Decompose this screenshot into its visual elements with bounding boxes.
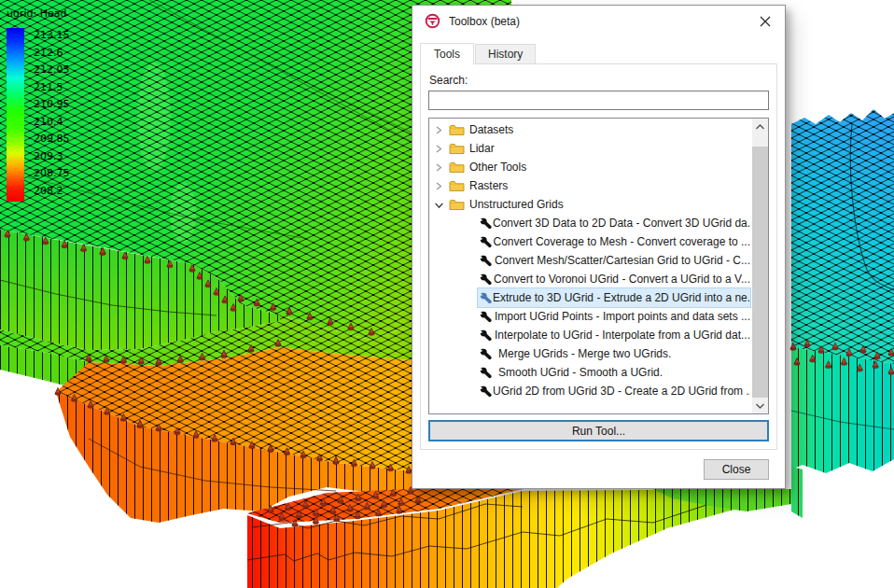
tree-tool-ugrid-2d-from-ugrid-3d[interactable]: UGrid 2D from UGrid 3D - Create a 2D UGr… (478, 382, 750, 400)
chevron-right-icon[interactable] (434, 162, 449, 173)
tree-tool-convert-mesh-scatter-cartesian-grid-to-u[interactable]: Convert Mesh/Scatter/Cartesian Grid to U… (478, 251, 750, 270)
scrollbar-down-button[interactable] (752, 398, 768, 413)
wrench-icon (480, 255, 494, 267)
wrench-icon (480, 311, 494, 323)
legend-tick-label: 212.05 (34, 63, 70, 76)
legend-tick-label: 208.75 (34, 167, 70, 179)
wrench-icon (480, 367, 497, 379)
chevron-right-icon[interactable] (434, 181, 449, 191)
folder-icon (449, 143, 468, 155)
tree-item-label: Convert Mesh/Scatter/Cartesian Grid to U… (494, 254, 750, 267)
wrench-icon (480, 236, 493, 248)
dialog-footer: Close (412, 450, 785, 489)
tree-item-label: Convert to Voronoi UGrid - Convert a UGr… (493, 273, 750, 286)
legend-tick-label: 210.4 (34, 116, 63, 128)
tree-tool-convert-to-voronoi-ugrid[interactable]: Convert to Voronoi UGrid - Convert a UGr… (478, 270, 750, 288)
legend-tick-label: 209.85 (34, 133, 70, 145)
tree-tool-convert-coverage-to-mesh[interactable]: Convert Coverage to Mesh - Convert cover… (478, 232, 750, 251)
tree-list[interactable]: DatasetsLidarOther ToolsRastersUnstructu… (428, 118, 769, 414)
scrollbar-thumb[interactable] (752, 147, 768, 399)
tree-tool-interpolate-to-ugrid[interactable]: Interpolate to UGrid - Interpolate from … (478, 326, 750, 344)
dialog-title: Toolbox (beta) (449, 15, 746, 28)
tree-item-label: Convert Coverage to Mesh - Convert cover… (493, 235, 750, 248)
toolbox-app-icon (425, 13, 440, 29)
tree-folder-lidar[interactable]: Lidar (431, 139, 750, 158)
tree-folder-datasets[interactable]: Datasets (431, 120, 750, 139)
tree-item-label: Smooth UGrid - Smooth a UGrid. (497, 366, 663, 379)
chevron-up-icon (755, 123, 765, 131)
tree-item-label: Unstructured Grids (468, 198, 564, 211)
wrench-icon (480, 217, 492, 230)
tree-item-label: Datasets (468, 123, 513, 136)
tree-tool-smooth-ugrid[interactable]: Smooth UGrid - Smooth a UGrid. (478, 363, 750, 382)
tab-tools[interactable]: Tools (420, 43, 474, 64)
chevron-down-icon (755, 402, 765, 410)
tree-item-label: Convert 3D Data to 2D Data - Convert 3D … (492, 217, 750, 230)
tree-tool-convert-3d-data-to-2d-data[interactable]: Convert 3D Data to 2D Data - Convert 3D … (478, 214, 750, 232)
color-legend: ugrid: Head 213.15212.6212.05211.5210.95… (5, 7, 107, 213)
scrollbar-up-button[interactable] (752, 119, 768, 134)
legend-tick-label: 211.5 (34, 81, 63, 93)
tree-item-label: Rasters (468, 179, 508, 192)
close-icon (760, 16, 771, 27)
wrench-icon (480, 329, 494, 342)
cyan-ugrid-surface (791, 109, 894, 364)
teal-cliff-wall (791, 347, 894, 518)
wrench-icon (480, 292, 492, 304)
folder-icon (449, 161, 468, 174)
legend-tick-label: 210.95 (34, 98, 70, 110)
tree-item-label: UGrid 2D from UGrid 3D - Create a 2D UGr… (492, 385, 750, 398)
folder-icon (449, 124, 468, 136)
chevron-right-icon[interactable] (434, 144, 449, 154)
tree-item-label: Merge UGrids - Merge two UGrids. (497, 347, 671, 360)
folder-icon (449, 199, 468, 211)
tree-folder-unstructured-grids[interactable]: Unstructured Grids (431, 195, 750, 214)
tree-tool-import-ugrid-points[interactable]: Import UGrid Points - Import points and … (478, 307, 750, 326)
close-button[interactable]: Close (704, 459, 769, 480)
tree-folder-rasters[interactable]: Rasters (431, 176, 750, 195)
tree-item-label: Lidar (468, 142, 495, 155)
search-label: Search: (429, 74, 769, 87)
wrench-icon (480, 273, 493, 286)
legend-title: ugrid: Head (7, 7, 107, 20)
tree-folder-other-tools[interactable]: Other Tools (431, 158, 750, 176)
legend-tick-label: 208.2 (34, 185, 63, 197)
wrench-icon (480, 385, 492, 398)
tools-tab-page: Search: DatasetsLidarOther ToolsRastersU… (420, 63, 777, 450)
chevron-right-icon[interactable] (434, 125, 449, 135)
tree-item-label: Import UGrid Points - Import points and … (494, 310, 750, 323)
tab-bar: ToolsHistory (412, 36, 785, 63)
tree-scrollbar[interactable] (752, 119, 768, 413)
chevron-down-icon[interactable] (434, 200, 449, 210)
tree-item-label: Extrude to 3D UGrid - Extrude a 2D UGrid… (492, 291, 750, 304)
dialog-titlebar[interactable]: Toolbox (beta) (412, 6, 785, 36)
search-input[interactable] (428, 91, 769, 110)
tab-history[interactable]: History (475, 44, 536, 63)
legend-tick-label: 209.3 (34, 150, 63, 162)
legend-tick-label: 213.15 (34, 29, 70, 41)
tree-item-label: Interpolate to UGrid - Interpolate from … (494, 329, 750, 342)
titlebar-close-button[interactable] (746, 6, 785, 36)
tree-tool-extrude-to-3d-ugrid[interactable]: Extrude to 3D UGrid - Extrude a 2D UGrid… (478, 288, 750, 307)
run-tool-button[interactable]: Run Tool... (428, 420, 769, 441)
folder-icon (449, 180, 468, 192)
tree-tool-merge-ugrids[interactable]: Merge UGrids - Merge two UGrids. (478, 344, 750, 363)
legend-color-bar (7, 28, 24, 202)
wrench-icon (480, 348, 497, 360)
tree-item-label: Other Tools (468, 161, 526, 174)
legend-tick-label: 212.6 (34, 47, 63, 59)
toolbox-dialog: Toolbox (beta) ToolsHistory Search: Data… (412, 5, 786, 489)
